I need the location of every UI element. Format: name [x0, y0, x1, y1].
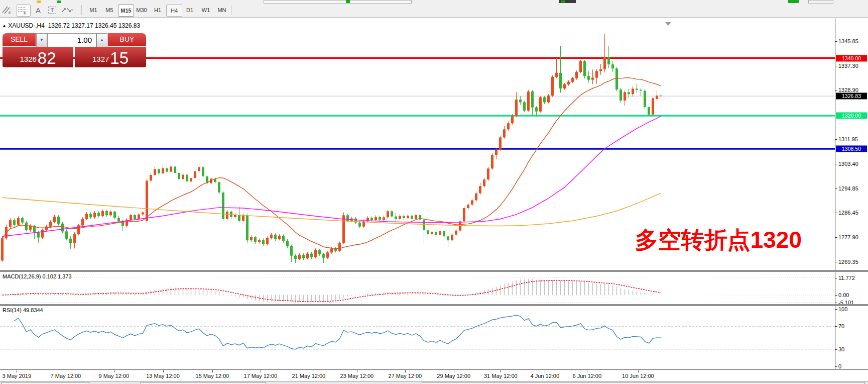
toolbar-separator [81, 5, 82, 15]
volume-input[interactable]: 1.00 [47, 33, 96, 47]
bottom-window-edge [0, 381, 868, 384]
time-axis-label: 31 May 12:00 [484, 373, 518, 379]
text-label-icon[interactable]: T [46, 5, 59, 16]
tf-button-mn[interactable]: MN [214, 5, 229, 16]
time-axis-tick [309, 370, 309, 372]
rsi-indicator-value: 49.8344 [23, 307, 43, 313]
time-axis-label: 13 May 12:00 [146, 373, 180, 379]
rsi-axis-tick [835, 326, 837, 327]
tf-button-m1[interactable]: M1 [86, 5, 101, 16]
price-axis-tick [835, 90, 837, 90]
chart-shift-marker-icon[interactable] [665, 22, 671, 26]
rsi-axis-tick [835, 349, 837, 350]
background-window-fragment [264, 0, 412, 4]
macd-indicator-label: MACD(12,26,9) [3, 273, 41, 279]
macd-axis-label: 11.772 [838, 275, 855, 281]
fibonacci-icon[interactable]: F [17, 5, 31, 17]
chart-symbol-label: XAUUSD-,H4 [8, 22, 45, 29]
rsi-indicator-label: RSI(14) [3, 307, 22, 313]
background-window-fragment [346, 0, 350, 3]
ma-mid-line [3, 116, 661, 236]
price-axis[interactable]: 1345.851337.301328.901311.951303.401294.… [835, 19, 868, 380]
one-click-trading-panel: SELL ▼ 1.00 ▲ BUY 1326 82 1327 15 [2, 33, 146, 67]
time-axis-tick [66, 370, 66, 372]
ma-slow-line [3, 193, 661, 226]
time-axis-tick [587, 370, 587, 372]
macd-indicator-values: 0.102 1.373 [42, 273, 71, 279]
price-axis-tick [835, 213, 837, 213]
tf-button-d1[interactable]: D1 [182, 5, 197, 16]
price-axis-tick [835, 262, 837, 262]
volume-increase-button[interactable]: ▲ [96, 33, 107, 47]
tf-button-m5[interactable]: M5 [102, 5, 117, 16]
tf-button-h4[interactable]: H4 [166, 5, 182, 17]
macd-axis-tick [835, 303, 837, 303]
equidistant-channel-icon[interactable]: E [2, 5, 15, 16]
buy-price-minor: 15 [110, 51, 129, 66]
time-axis-label: 17 May 12:00 [244, 373, 278, 379]
sell-price-display[interactable]: 1326 82 [3, 47, 73, 67]
background-window-fragment [57, 1, 61, 3]
pivot-price-badge: 1320.00 [836, 113, 867, 119]
time-axis-label: 15 May 12:00 [196, 373, 229, 379]
time-axis-tick [357, 370, 357, 372]
background-window-fragment [141, 382, 266, 384]
tf-button-m30[interactable]: M30 [134, 5, 149, 16]
background-window-fragment [37, 1, 41, 3]
price-axis-tick [835, 188, 837, 189]
time-axis-label: 9 May 12:00 [99, 373, 130, 379]
time-axis[interactable]: 3 May 20197 May 12:009 May 12:0013 May 1… [0, 370, 868, 381]
macd-panel-svg[interactable] [0, 272, 835, 304]
time-axis-label: 23 May 12:00 [340, 373, 374, 379]
tf-button-m15[interactable]: M15 [118, 5, 134, 17]
background-window-fragment [1, 382, 89, 384]
text-icon[interactable]: A [32, 5, 45, 16]
price-axis-tick [835, 237, 837, 238]
time-axis-tick [454, 370, 454, 372]
price-axis-label: 1345.85 [838, 38, 858, 44]
background-window-fragment [788, 0, 799, 3]
price-axis-tick [835, 164, 837, 164]
buy-button[interactable]: BUY [108, 33, 146, 47]
sell-button[interactable]: SELL [3, 33, 36, 47]
volume-decrease-button[interactable]: ▼ [36, 33, 47, 47]
buy-price-major: 1327 [92, 53, 109, 66]
time-axis-tick [501, 370, 501, 372]
chart-text-annotation: 多空转折点1320 [635, 225, 802, 256]
resistance-price-badge: 1340.00 [836, 55, 867, 61]
price-axis-tick [835, 66, 837, 66]
collapse-trade-panel-icon[interactable]: ▲ [2, 23, 7, 28]
background-window-fragment [561, 1, 565, 3]
rsi-axis-label: 100 [838, 306, 847, 312]
tf-button-w1[interactable]: W1 [198, 5, 213, 16]
tf-button-h1[interactable]: H1 [150, 5, 165, 16]
rsi-axis-tick [835, 309, 837, 310]
time-axis-label: 29 May 12:00 [437, 373, 470, 379]
arrow-tools-icon[interactable] [60, 5, 78, 16]
price-axis-label: 1269.35 [838, 259, 858, 265]
trading-platform-window: E F A T M1M5M15M30H1H4D1W1MN 1345.851337… [0, 0, 868, 384]
sell-price-major: 1326 [20, 53, 36, 66]
buy-price-display[interactable]: 1327 15 [75, 47, 146, 67]
time-axis-tick [114, 370, 114, 372]
chart-ohlc-values: 1326.72 1327.17 1326.45 1326.83 [48, 22, 141, 29]
time-axis-label: 6 Jun 12:00 [573, 373, 602, 379]
time-axis-tick [163, 370, 164, 372]
rsi-axis-label: 70 [838, 323, 844, 329]
background-window-fragment [422, 382, 864, 384]
time-axis-tick [405, 370, 406, 372]
sell-price-minor: 82 [38, 51, 56, 66]
price-axis-tick [835, 41, 837, 42]
price-axis-label: 1328.90 [838, 87, 858, 93]
price-axis-label: 1303.40 [838, 161, 858, 167]
current-price-badge: 1326.83 [836, 93, 867, 100]
macd-axis-tick [835, 278, 837, 278]
price-axis-label: 1311.95 [838, 136, 858, 142]
time-axis-label: 10 Jun 12:00 [622, 373, 654, 379]
rsi-line [15, 315, 661, 349]
rsi-panel-svg[interactable] [0, 306, 835, 369]
ma-fast-line [3, 78, 661, 249]
chart-title: ▲ XAUUSD-,H4 1326.72 1327.17 1326.45 132… [2, 22, 140, 29]
macd-histogram [3, 279, 661, 303]
time-axis-label: 21 May 12:00 [292, 373, 326, 379]
